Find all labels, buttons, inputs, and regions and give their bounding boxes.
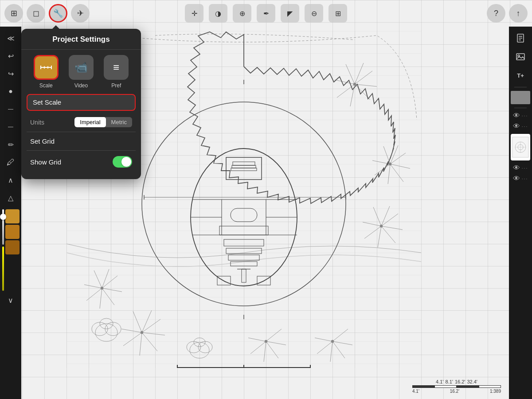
toolbar-center: ✛ ◑ ⊕ ✒ ◤ ⊖ ⊞: [185, 4, 347, 23]
scale-bottom-0: 4.1': [412, 389, 419, 394]
scale-bar: 4.1' 8.1' 16.2' 32.4' 4.1' 16.2' 1:389: [412, 379, 501, 394]
svg-point-36: [101, 287, 103, 289]
show-grid-toggle[interactable]: [113, 156, 132, 168]
metric-option[interactable]: Metric: [106, 117, 132, 127]
layer-row-3: 👁 ···: [513, 164, 528, 172]
scale-ratio: 1:389: [490, 389, 501, 394]
settings-icon-video[interactable]: 📹 Video: [69, 55, 94, 89]
scale-numbers: 4.1' 8.1' 16.2' 32.4': [436, 379, 477, 384]
minus-tool[interactable]: ⊖: [305, 4, 323, 23]
right-text-btn[interactable]: T+: [512, 67, 528, 83]
color-block: [511, 91, 530, 104]
settings-icons-row: Scale 📹 Video ≡ Pref: [21, 50, 141, 94]
video-icon-circle: 📹: [69, 55, 94, 80]
set-grid-row[interactable]: Set Grid: [27, 133, 136, 149]
right-panel: T+ 👁 ··· 👁 ··· 👁 ··· 👁 ···: [509, 27, 532, 399]
color-swatch-brown[interactable]: [5, 240, 20, 254]
thumb-content: [512, 136, 529, 159]
eye-icon-3[interactable]: 👁: [513, 164, 520, 172]
scale-value-1: 4.1': [436, 379, 443, 384]
layer-row-2: 👁 ···: [513, 122, 528, 130]
settings-icon-pref[interactable]: ≡ Pref: [104, 55, 129, 89]
fly-button[interactable]: ✈: [71, 4, 90, 23]
right-divider-1: [514, 87, 527, 87]
scale-value-4: 32.4': [467, 379, 477, 384]
dots-4: ···: [522, 176, 528, 181]
svg-point-18: [389, 163, 391, 165]
scale-value-3: 16.2': [455, 379, 466, 384]
show-grid-label: Show Grid: [30, 158, 113, 166]
left-sidebar: ≪ ↩ ↪ ● — — ✏ 🖊 ∧ △ ∨: [0, 27, 21, 399]
layers-button[interactable]: ◻: [27, 4, 45, 23]
chevron-down-tool[interactable]: ∨: [3, 292, 19, 308]
pref-icon-label: Pref: [111, 82, 121, 89]
svg-point-59: [331, 340, 334, 343]
undo-tool[interactable]: ↩: [3, 48, 19, 64]
pen-tool[interactable]: 🖊: [3, 154, 19, 170]
settings-icon-scale[interactable]: Scale: [34, 55, 59, 89]
redo-tool[interactable]: ↪: [3, 66, 19, 82]
video-icon-label: Video: [74, 82, 88, 89]
right-divider-2: [514, 108, 527, 108]
dots-1: ···: [522, 113, 528, 118]
line-tool-1[interactable]: —: [3, 101, 19, 117]
toolbar-left: ⊞ ◻ 🔧 ✈: [4, 4, 90, 23]
shape-draw-1[interactable]: ∧: [3, 172, 19, 188]
units-row: Units Imperial Metric: [27, 113, 136, 131]
top-toolbar: ⊞ ◻ 🔧 ✈ ✛ ◑ ⊕ ✒ ◤ ⊖ ⊞ ? ↑: [0, 0, 532, 27]
set-scale-row[interactable]: Set Scale: [27, 94, 136, 111]
line-tool-2[interactable]: —: [3, 119, 19, 135]
eye-icon-1[interactable]: 👁: [513, 112, 520, 120]
color-slider[interactable]: [2, 209, 4, 291]
svg-point-52: [265, 340, 267, 343]
scale-icon-label: Scale: [39, 82, 53, 89]
pref-icon-circle: ≡: [104, 55, 129, 80]
units-toggle[interactable]: Imperial Metric: [74, 117, 132, 127]
panel-arrow: [51, 25, 60, 30]
imperial-option[interactable]: Imperial: [74, 117, 106, 127]
svg-rect-108: [516, 54, 524, 60]
color-swatch-gold[interactable]: [5, 209, 20, 223]
back-tool[interactable]: ≪: [3, 30, 19, 46]
set-scale-label: Set Scale: [33, 98, 61, 106]
right-page-btn[interactable]: [512, 30, 528, 46]
show-grid-row[interactable]: Show Grid: [27, 152, 136, 172]
dots-3: ···: [522, 166, 528, 171]
help-button[interactable]: ?: [487, 4, 505, 23]
rotate-tool[interactable]: ⊕: [233, 4, 251, 23]
settings-button[interactable]: 🔧: [49, 4, 67, 23]
shape-draw-2[interactable]: △: [3, 190, 19, 206]
eye-icon-2[interactable]: 👁: [513, 122, 520, 130]
svg-point-27: [380, 225, 383, 227]
set-grid-label: Set Grid: [30, 137, 132, 145]
eye-icon-4[interactable]: 👁: [513, 175, 520, 183]
units-label: Units: [30, 119, 74, 126]
scale-value-2: 8.1': [445, 379, 453, 384]
share-button[interactable]: ↑: [509, 4, 528, 23]
divider-1: [27, 132, 136, 132]
toolbar-right: ? ↑: [487, 4, 528, 23]
settings-section: Set Scale Units Imperial Metric Set Grid…: [21, 94, 141, 172]
grid-button[interactable]: ⊞: [4, 4, 23, 23]
shape-tool[interactable]: ◑: [209, 4, 227, 23]
right-image-btn[interactable]: [512, 49, 528, 65]
project-settings-panel: Project Settings Scale 📹 Video ≡ Pref: [21, 29, 141, 179]
scale-icon-circle: [34, 55, 59, 80]
pencil-draw-tool[interactable]: ✏: [3, 137, 19, 153]
project-settings-title: Project Settings: [21, 29, 141, 50]
dots-2: ···: [522, 124, 528, 129]
svg-point-45: [141, 331, 143, 334]
snap-tool[interactable]: ✛: [185, 4, 203, 23]
scale-bottom-1: 16.2': [450, 389, 459, 394]
layer-thumbnail[interactable]: [511, 134, 530, 160]
angle-tool[interactable]: ◤: [281, 4, 299, 23]
plus-grid-tool[interactable]: ⊞: [329, 4, 347, 23]
dot-tool[interactable]: ●: [3, 83, 19, 99]
pencil-tool[interactable]: ✒: [257, 4, 275, 23]
layer-row-4: 👁 ···: [513, 175, 528, 183]
layer-row-1: 👁 ···: [513, 112, 528, 120]
divider-2: [27, 150, 136, 151]
color-swatch-amber[interactable]: [5, 225, 20, 239]
svg-point-9: [353, 83, 356, 86]
